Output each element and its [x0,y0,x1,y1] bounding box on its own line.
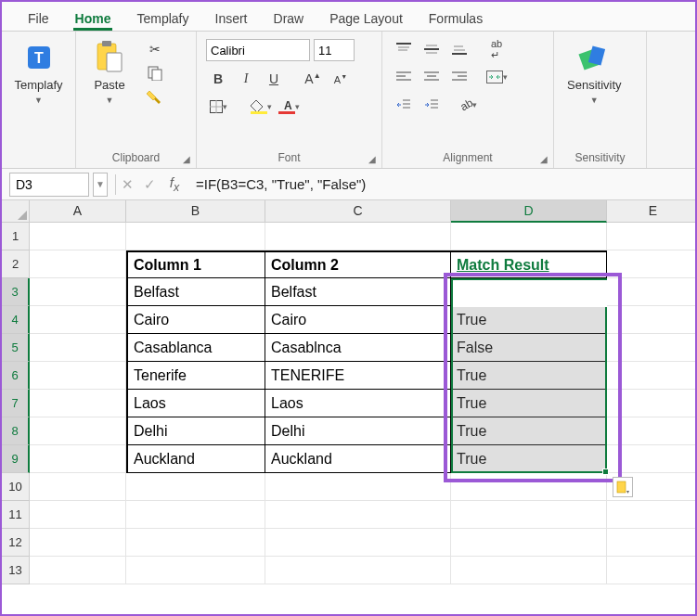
row-header-6[interactable]: 6 [2,362,30,390]
decrease-indent-button[interactable] [392,95,416,115]
cell-A3[interactable] [30,278,126,306]
cell-A12[interactable] [30,529,126,557]
cell-E2[interactable] [607,250,695,278]
cell-E4[interactable] [607,306,695,334]
cell-C6[interactable]: TENERIFE [265,362,451,390]
tab-file[interactable]: File [15,6,62,31]
cell-D3[interactable]: True [451,278,607,306]
cancel-button[interactable]: ✕ [116,176,138,193]
name-box[interactable]: D3 [9,173,89,197]
cell-A6[interactable] [30,362,126,390]
cell-D9[interactable]: True [451,445,607,473]
increase-indent-button[interactable] [419,95,444,115]
cell-D5[interactable]: False [451,334,607,362]
templafy-button[interactable]: T Templafy ▼ [7,35,70,110]
align-right-button[interactable] [447,67,471,87]
cell-C2[interactable]: Column 2 [265,250,451,278]
cell-A9[interactable] [30,445,126,473]
cell-C5[interactable]: Casablnca [265,334,451,362]
font-dialog-launcher[interactable]: ◢ [366,152,379,165]
row-header-1[interactable]: 1 [2,223,30,250]
copy-button[interactable] [143,63,167,83]
worksheet-grid[interactable]: ABCDE12Column 1Column 2Match Result3Belf… [2,200,695,610]
row-header-11[interactable]: 11 [2,501,30,529]
cell-D13[interactable] [451,557,607,584]
format-painter-button[interactable] [143,87,167,108]
cell-D1[interactable] [451,223,607,250]
enter-button[interactable]: ✓ [138,176,161,193]
align-top-button[interactable] [392,39,416,59]
cell-C1[interactable] [265,223,451,250]
paste-button[interactable]: Paste ▼ [82,35,137,110]
cell-D7[interactable]: True [451,390,607,417]
cell-A5[interactable] [30,334,126,362]
alignment-dialog-launcher[interactable]: ◢ [537,152,550,165]
font-name-select[interactable] [206,39,310,61]
select-all-corner[interactable] [2,200,30,223]
cell-D4[interactable]: True [451,306,607,334]
row-header-9[interactable]: 9 [2,445,30,473]
cell-D12[interactable] [451,529,607,557]
cell-A10[interactable] [30,473,126,501]
cell-E13[interactable] [607,557,695,584]
cell-E12[interactable] [607,529,695,557]
cell-B11[interactable] [126,501,265,529]
cell-C3[interactable]: Belfast [265,278,451,306]
cell-E7[interactable] [607,390,695,417]
cell-D2[interactable]: Match Result [451,250,607,278]
tab-page-layout[interactable]: Page Layout [316,6,416,31]
row-header-4[interactable]: 4 [2,306,30,334]
tab-insert[interactable]: Insert [202,6,261,31]
shrink-font-button[interactable]: A▼ [329,69,353,89]
cell-C10[interactable] [265,473,451,501]
cell-E3[interactable] [607,278,695,306]
cell-B10[interactable] [126,473,265,501]
row-header-2[interactable]: 2 [2,250,30,278]
col-header-C[interactable]: C [265,200,451,223]
row-header-12[interactable]: 12 [2,529,30,557]
tab-formulas[interactable]: Formulas [416,6,496,31]
fill-color-button[interactable]: ▾ [249,96,273,117]
row-header-3[interactable]: 3 [2,278,30,306]
row-header-8[interactable]: 8 [2,417,30,445]
cell-E5[interactable] [607,334,695,362]
col-header-B[interactable]: B [126,200,265,223]
cell-C8[interactable]: Delhi [265,417,451,445]
row-header-10[interactable]: 10 [2,473,30,501]
cell-C7[interactable]: Laos [265,390,451,417]
cell-E8[interactable] [607,417,695,445]
col-header-A[interactable]: A [30,200,126,223]
cell-A1[interactable] [30,223,126,250]
cell-C12[interactable] [265,529,451,557]
cell-C11[interactable] [265,501,451,529]
cell-B6[interactable]: Tenerife [126,362,265,390]
cell-D8[interactable]: True [451,417,607,445]
wrap-text-button[interactable]: ab↵ [484,39,509,59]
cell-E6[interactable] [607,362,695,390]
cell-A2[interactable] [30,250,126,278]
cell-C13[interactable] [265,557,451,584]
cell-E11[interactable] [607,501,695,529]
orientation-button[interactable]: ab▾ [457,95,481,115]
merge-center-button[interactable]: ▾ [484,67,509,87]
cell-A4[interactable] [30,306,126,334]
tab-draw[interactable]: Draw [261,6,317,31]
sensitivity-button[interactable]: Sensitivity ▼ [560,35,629,110]
cell-E9[interactable] [607,445,695,473]
cell-A7[interactable] [30,390,126,417]
cell-B12[interactable] [126,529,265,557]
cell-B5[interactable]: Casablanca [126,334,265,362]
row-header-13[interactable]: 13 [2,557,30,584]
cell-B7[interactable]: Laos [126,390,265,417]
align-bottom-button[interactable] [447,39,471,59]
cut-button[interactable]: ✂ [143,39,167,59]
name-box-dropdown[interactable]: ▼ [93,173,108,197]
row-header-5[interactable]: 5 [2,334,30,362]
cell-D6[interactable]: True [451,362,607,390]
align-center-button[interactable] [419,67,444,87]
tab-home[interactable]: Home [62,6,124,31]
cell-B13[interactable] [126,557,265,584]
cell-D10[interactable] [451,473,607,501]
bold-button[interactable]: B [206,69,230,89]
autofill-options-button[interactable] [613,477,633,497]
